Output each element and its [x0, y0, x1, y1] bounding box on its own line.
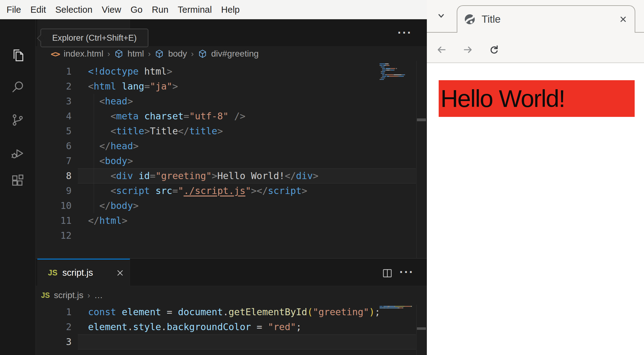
minimap-line: [380, 81, 416, 81]
tab-title: Title: [482, 13, 501, 25]
breadcrumb: <> index.html › html› body› div#greeting: [51, 47, 259, 61]
line-number: 2: [36, 320, 72, 334]
minimap-line: [380, 306, 416, 307]
line-number: 10: [36, 198, 72, 213]
minimap-line: [380, 63, 416, 64]
line-number: 12: [36, 228, 72, 243]
line-number: 3: [36, 334, 72, 349]
js-code-line[interactable]: const element = document.getElementById(…: [88, 305, 380, 320]
breadcrumb-file[interactable]: script.js: [54, 290, 83, 300]
minimap-line: [380, 73, 416, 74]
greeting-text: Hello World!: [439, 85, 565, 113]
globe-favicon: [464, 13, 476, 25]
line-number: 6: [36, 139, 72, 154]
html-code-line[interactable]: </head>: [88, 139, 139, 154]
minimap-line: [380, 74, 416, 75]
reload-icon[interactable]: [488, 44, 500, 56]
search-icon[interactable]: [10, 79, 26, 95]
line-number: 1: [36, 305, 72, 320]
menu-edit[interactable]: Edit: [26, 0, 51, 19]
tab-script-js[interactable]: JS script.js: [37, 259, 130, 286]
panel-minimap[interactable]: [380, 306, 416, 311]
html-code-line[interactable]: </html>: [88, 213, 127, 228]
forward-icon[interactable]: [462, 44, 474, 56]
line-number: 11: [36, 213, 72, 228]
line-number: 5: [36, 124, 72, 139]
symbol-cube-icon: [198, 49, 207, 58]
html-code-line[interactable]: <meta charset="utf-8" />: [88, 109, 245, 124]
minimap-line: [380, 79, 416, 80]
breadcrumb-segment[interactable]: html: [128, 49, 144, 59]
split-editor-icon[interactable]: [381, 267, 393, 279]
extensions-icon[interactable]: [10, 173, 26, 189]
js-code-line[interactable]: element.style.backgroundColor = "red";: [88, 320, 301, 334]
back-icon[interactable]: [436, 44, 448, 56]
breadcrumb-ellipsis[interactable]: …: [94, 290, 103, 300]
explorer-tooltip: Explorer (Ctrl+Shift+E): [40, 29, 148, 47]
breadcrumb-file[interactable]: index.html: [64, 49, 104, 59]
run-and-debug-icon[interactable]: [10, 145, 26, 161]
browser-window: Title: [427, 0, 644, 355]
symbol-cube-icon: [114, 49, 124, 58]
minimap-line: [380, 67, 416, 67]
close-tab-icon[interactable]: [618, 15, 628, 24]
activity-bar: [0, 19, 36, 355]
editor-more-actions-icon[interactable]: ···: [398, 26, 412, 39]
minimap-line: [380, 70, 416, 71]
menu-go[interactable]: Go: [126, 0, 147, 19]
chevron-right-icon: ›: [148, 49, 151, 59]
menu-help[interactable]: Help: [217, 0, 245, 19]
html-code-line[interactable]: <html lang="ja">: [88, 79, 178, 94]
minimap[interactable]: [380, 63, 416, 82]
html-code-line[interactable]: <div id="greeting">Hello World!</div>: [88, 168, 319, 183]
breadcrumb-segment[interactable]: body: [168, 49, 187, 59]
line-number: 1: [36, 64, 72, 79]
browser-toolbar: ファイル /home/u: [427, 33, 644, 62]
chevron-right-icon: ›: [87, 291, 90, 300]
menu-view[interactable]: View: [97, 0, 126, 19]
line-number: 8: [36, 168, 72, 183]
minimap-line: [380, 77, 416, 78]
minimap-line: [380, 68, 416, 69]
vscode-window: FileEditSelectionViewGoRunTerminalHelp: [0, 0, 427, 355]
panel-breadcrumb: JS script.js › …: [41, 287, 103, 304]
menu-bar: FileEditSelectionViewGoRunTerminalHelp: [0, 0, 427, 19]
tab-label: script.js: [63, 268, 93, 278]
menu-file[interactable]: File: [2, 0, 26, 19]
tab-search-chevron-icon[interactable]: [436, 10, 447, 21]
line-number: 9: [36, 183, 72, 198]
scrollbar-thumb[interactable]: [417, 118, 426, 121]
menu-selection[interactable]: Selection: [51, 0, 97, 19]
minimap-line: [380, 71, 416, 72]
chevron-right-icon: ›: [191, 49, 194, 59]
browser-viewport: Hello World!: [427, 63, 644, 355]
line-number: 2: [36, 79, 72, 94]
html-code-line[interactable]: <script src="./script.js"></script>: [88, 183, 307, 198]
minimap-line: [380, 76, 416, 77]
html-code-line[interactable]: <body>: [88, 154, 133, 168]
html-code-line[interactable]: <title>Title</title>: [88, 124, 223, 139]
minimap-border: [416, 61, 417, 258]
line-number: 4: [36, 109, 72, 124]
breadcrumb-segment[interactable]: div#greeting: [211, 49, 259, 59]
line-number: 7: [36, 154, 72, 168]
explorer-icon[interactable]: [10, 47, 26, 63]
chevron-right-icon: ›: [107, 49, 110, 59]
panel-scrollbar-thumb[interactable]: [417, 327, 426, 330]
close-tab-icon[interactable]: [116, 269, 124, 277]
source-control-icon[interactable]: [10, 112, 26, 128]
indent-guide: [94, 94, 94, 213]
line-number: 3: [36, 94, 72, 109]
panel-minimap-border: [416, 305, 417, 355]
screen: FileEditSelectionViewGoRunTerminalHelp: [0, 0, 644, 355]
browser-tab[interactable]: Title: [457, 5, 635, 33]
panel-more-actions-icon[interactable]: ···: [399, 265, 414, 279]
html-code-line[interactable]: </body>: [88, 198, 139, 213]
minimap-line: [380, 65, 416, 66]
menu-terminal[interactable]: Terminal: [173, 0, 217, 19]
html-code-line[interactable]: <head>: [88, 94, 133, 109]
html-code-line[interactable]: <!doctype html>: [88, 64, 172, 79]
menu-run[interactable]: Run: [147, 0, 173, 19]
minimap-line: [380, 309, 416, 310]
js-file-icon: JS: [41, 291, 50, 300]
